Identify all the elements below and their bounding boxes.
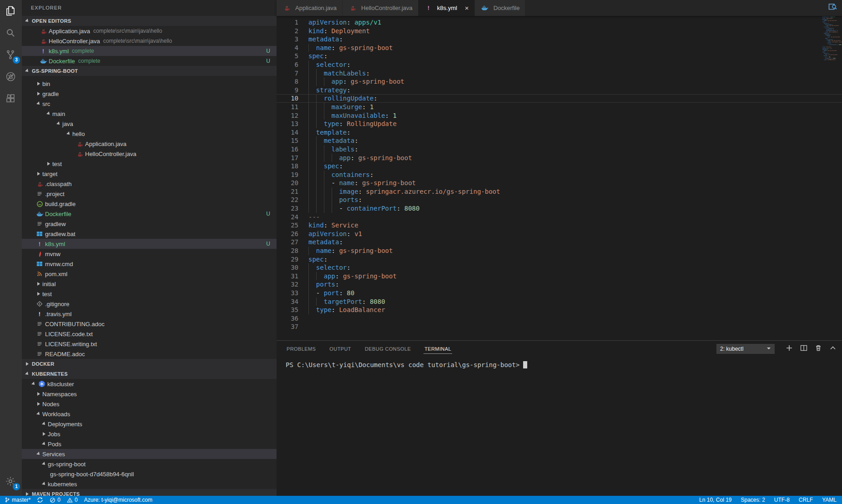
status-sync[interactable] [37, 497, 43, 503]
status-git-branch[interactable]: master* [5, 497, 30, 503]
open-preview-icon[interactable] [828, 2, 837, 14]
code-line[interactable]: 29spec: [277, 255, 842, 264]
code-line[interactable]: 9 strategy: [277, 86, 842, 95]
status-errors[interactable]: 0 [50, 497, 61, 503]
split-terminal-button[interactable] [800, 344, 807, 353]
tree-item-gradle[interactable]: gradle [22, 89, 277, 99]
minimap[interactable]: apiVersion: apps/v1kind: Deploymentmetad… [821, 16, 842, 66]
tree-item-workloads[interactable]: Workloads [22, 409, 277, 419]
tree-item-gitignore[interactable]: .gitignore [22, 299, 277, 309]
code-line[interactable]: 15 metadata: [277, 136, 842, 145]
new-terminal-button[interactable] [786, 344, 793, 353]
terminal-select[interactable]: 2: kubectl [716, 344, 775, 354]
status-cursor-position[interactable]: Ln 10, Col 19 [699, 497, 731, 503]
open-editor-item-application-java[interactable]: Application.javacomplete\src\main\java\h… [22, 26, 277, 36]
tree-item-hellocontroller-java[interactable]: HelloController.java [22, 149, 277, 159]
tree-item-mvnw[interactable]: mvnw [22, 249, 277, 259]
code-line[interactable]: 22 ports: [277, 196, 842, 204]
code-line[interactable]: 26apiVersion: v1 [277, 230, 842, 238]
tree-item-build-gradle[interactable]: build.gradle [22, 199, 277, 209]
tree-item-dockerfile[interactable]: DockerfileU [22, 209, 277, 219]
status-azure-account[interactable]: Azure: t-yiqi@microsoft.com [84, 497, 152, 503]
section-header-maven-projects[interactable]: MAVEN PROJECTS [22, 489, 277, 496]
code-line[interactable]: 30 selector: [277, 263, 842, 272]
code-line[interactable]: 31 app: gs-spring-boot [277, 272, 842, 281]
open-editor-item-dockerfile[interactable]: DockerfilecompleteU [22, 56, 277, 66]
panel-tab-debug-console[interactable]: DEBUG CONSOLE [364, 342, 412, 356]
tree-item-target[interactable]: target [22, 169, 277, 179]
code-line[interactable]: 5spec: [277, 52, 842, 60]
activity-bar-search[interactable] [0, 22, 22, 44]
code-line[interactable]: 21 image: springacr.azurecr.io/gs-spring… [277, 187, 842, 196]
code-line[interactable]: 19 containers: [277, 171, 842, 179]
tree-item-application-java[interactable]: Application.java [22, 139, 277, 149]
code-line[interactable]: 28 name: gs-spring-boot [277, 247, 842, 255]
activity-bar-debug[interactable] [0, 66, 22, 87]
status-indentation[interactable]: Spaces: 2 [741, 497, 765, 503]
editor-tab-hellocontroller-java[interactable]: HelloController.java [343, 0, 418, 16]
code-editor[interactable]: 1apiVersion: apps/v12kind: Deployment3me… [277, 16, 842, 340]
tree-item-deployments[interactable]: Deployments [22, 419, 277, 429]
code-line[interactable]: 14 template: [277, 128, 842, 137]
tree-item-gs-spring-boot-d7d458b94-6qnll[interactable]: gs-spring-boot-d7d458b94-6qnll [22, 469, 277, 479]
tree-item-hello[interactable]: hello [22, 129, 277, 139]
code-line[interactable]: 1apiVersion: apps/v1 [277, 18, 842, 27]
code-line[interactable]: 18 spec: [277, 162, 842, 171]
tree-item-src[interactable]: src [22, 99, 277, 109]
tree-item-pom-xml[interactable]: pom.xml [22, 269, 277, 279]
code-line[interactable]: 24--- [277, 213, 842, 222]
tree-item-gs-spring-boot[interactable]: gs-spring-boot [22, 459, 277, 469]
status-encoding[interactable]: UTF-8 [774, 497, 790, 503]
editor-tab-dockerfile[interactable]: Dockerfile [475, 0, 526, 16]
tree-item-pods[interactable]: Pods [22, 439, 277, 449]
tree-item-license-writing-txt[interactable]: LICENSE.writing.txt [22, 339, 277, 349]
code-line[interactable]: 7 matchLabels: [277, 69, 842, 78]
tree-item-bin[interactable]: bin [22, 79, 277, 89]
tree-item-mvnw-cmd[interactable]: mvnw.cmd [22, 259, 277, 269]
code-line[interactable]: 34 targetPort: 8080 [277, 297, 842, 306]
tree-item-test[interactable]: test [22, 289, 277, 299]
maximize-panel-button[interactable] [829, 344, 837, 353]
code-line[interactable]: 17 app: gs-spring-boot [277, 154, 842, 162]
section-header-open-editors[interactable]: OPEN EDITORS [22, 16, 277, 26]
code-line[interactable]: 12 maxUnavailable: 1 [277, 111, 842, 120]
tree-item-namespaces[interactable]: Namespaces [22, 389, 277, 399]
panel-tab-output[interactable]: OUTPUT [328, 342, 352, 356]
code-line[interactable]: 4 name: gs-spring-boot [277, 44, 842, 52]
tree-item-gradlew-bat[interactable]: gradlew.bat [22, 229, 277, 239]
panel-tab-terminal[interactable]: TERMINAL [424, 342, 452, 356]
tree-item-k8s-yml[interactable]: !k8s.ymlU [22, 239, 277, 249]
activity-bar-settings[interactable]: 1 [0, 470, 22, 492]
editor-tab-k8s-yml[interactable]: !k8s.yml× [418, 0, 475, 16]
status-eol[interactable]: CRLF [799, 497, 813, 503]
code-line[interactable]: 27metadata: [277, 238, 842, 247]
section-header-kubernetes[interactable]: KUBERNETES [22, 369, 277, 379]
code-line[interactable]: 36 [277, 314, 842, 323]
tree-item-contributing-adoc[interactable]: CONTRIBUTING.adoc [22, 319, 277, 329]
code-line[interactable]: 37 [277, 323, 842, 331]
tree-item-kubernetes[interactable]: kubernetes [22, 479, 277, 489]
section-header-docker[interactable]: DOCKER [22, 359, 277, 369]
panel-tab-problems[interactable]: PROBLEMS [286, 342, 317, 356]
tree-item-gradlew[interactable]: gradlew [22, 219, 277, 229]
code-line[interactable]: 32 ports: [277, 280, 842, 289]
tree-item-initial[interactable]: initial [22, 279, 277, 289]
activity-bar-extensions[interactable] [0, 87, 22, 109]
status-warnings[interactable]: 0 [67, 497, 78, 503]
tree-item-jobs[interactable]: Jobs [22, 429, 277, 439]
tree-item-license-code-txt[interactable]: LICENSE.code.txt [22, 329, 277, 339]
editor-tab-application-java[interactable]: Application.java [277, 0, 343, 16]
status-language-mode[interactable]: YAML [822, 497, 837, 503]
kill-terminal-button[interactable] [815, 344, 822, 353]
activity-bar-explorer[interactable] [0, 0, 22, 22]
close-icon[interactable]: × [465, 4, 469, 12]
code-line[interactable]: 33 - port: 80 [277, 289, 842, 297]
tree-item-test[interactable]: test [22, 159, 277, 169]
tree-item-readme-adoc[interactable]: README.adoc [22, 349, 277, 359]
open-editor-item-hellocontroller-java[interactable]: HelloController.javacomplete\src\main\ja… [22, 36, 277, 46]
tree-item-classpath[interactable]: .classpath [22, 179, 277, 189]
code-line[interactable]: 2kind: Deployment [277, 27, 842, 35]
activity-bar-source-control[interactable]: 3 [0, 44, 22, 66]
tree-item-project[interactable]: .project [22, 189, 277, 199]
code-line[interactable]: 8 app: gs-spring-boot [277, 77, 842, 86]
